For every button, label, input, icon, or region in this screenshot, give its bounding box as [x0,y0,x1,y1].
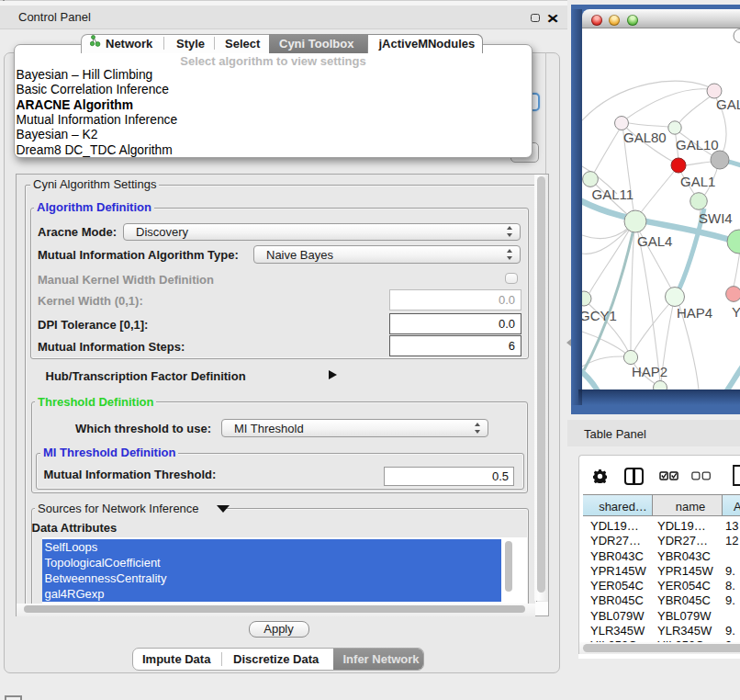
svg-text:GCY1: GCY1 [582,308,617,323]
svg-text:GAL1: GAL1 [680,174,715,189]
svg-text:GAL4: GAL4 [637,233,672,249]
svg-text:GAL80: GAL80 [716,96,740,112]
svg-text:HAP4: HAP4 [677,305,712,321]
svg-text:SWI4: SWI4 [699,210,733,226]
svg-text:GAL10: GAL10 [676,137,719,152]
svg-text:GAL11: GAL11 [592,186,634,202]
svg-text:GAL80: GAL80 [623,130,667,145]
svg-text:HAP2: HAP2 [632,364,667,379]
svg-text:YJ: YJ [732,304,740,320]
